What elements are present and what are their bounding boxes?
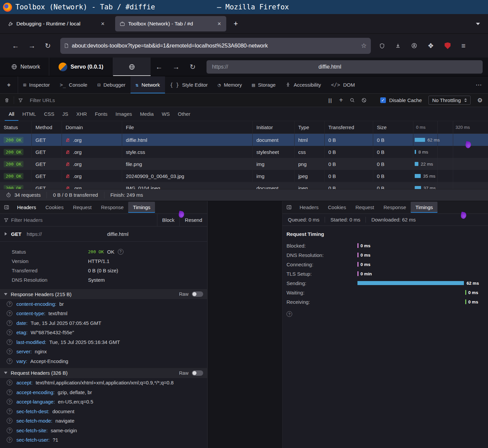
col-file[interactable]: File xyxy=(122,121,253,133)
help-icon[interactable] xyxy=(7,358,12,364)
pause-recording-icon[interactable] xyxy=(328,98,332,103)
search-icon[interactable] xyxy=(350,98,355,103)
tab-accessibility[interactable]: Accessibility xyxy=(280,76,326,93)
tab-style-editor[interactable]: Style Editor xyxy=(165,76,213,93)
toolbox-target[interactable]: Network xyxy=(0,58,49,76)
help-icon[interactable] xyxy=(7,428,12,433)
col-domain[interactable]: Domain xyxy=(62,121,122,133)
tab-cookies[interactable]: Cookies xyxy=(41,202,68,213)
browser-tab-toolbox[interactable]: Toolbox (Network) - Tab / #d xyxy=(115,16,226,31)
extensions-icon[interactable] xyxy=(428,42,434,50)
col-method[interactable]: Method xyxy=(32,121,62,133)
filter-images[interactable]: Images xyxy=(111,107,136,121)
account-icon[interactable] xyxy=(411,43,417,49)
tab-debugger[interactable]: Debugger xyxy=(92,76,131,93)
filter-ws[interactable]: WS xyxy=(158,107,174,121)
tab-timings[interactable]: Timings xyxy=(411,202,437,213)
tab-inspector[interactable]: Inspector xyxy=(18,76,55,93)
url-input[interactable] xyxy=(72,42,361,49)
help-icon[interactable] xyxy=(287,311,292,317)
col-initiator[interactable]: Initiator xyxy=(253,121,295,133)
help-icon[interactable] xyxy=(7,399,12,405)
response-headers-section[interactable]: Response Headers (215 B) Raw xyxy=(0,289,207,299)
tab-overflow-chevron-icon[interactable] xyxy=(476,23,480,25)
collapse-caret-icon[interactable] xyxy=(4,293,7,295)
block-button[interactable]: Block xyxy=(157,214,180,226)
node-picker-icon[interactable] xyxy=(0,76,18,93)
tab-timings[interactable]: Timings xyxy=(128,202,155,213)
col-waterfall[interactable]: 0 ms 320 ms xyxy=(413,121,488,133)
help-icon[interactable] xyxy=(7,320,12,326)
help-icon[interactable] xyxy=(118,249,124,255)
col-transferred[interactable]: Transferred xyxy=(325,121,373,133)
throttling-dropdown[interactable]: No Throttling xyxy=(428,96,471,105)
help-icon[interactable] xyxy=(7,389,12,395)
tab-request[interactable]: Request xyxy=(351,202,379,213)
more-tools-icon[interactable] xyxy=(470,76,488,93)
filter-fonts[interactable]: Fonts xyxy=(91,107,112,121)
help-icon[interactable] xyxy=(7,301,12,307)
expand-caret-icon[interactable] xyxy=(5,232,7,236)
help-icon[interactable] xyxy=(7,349,12,354)
tab-headers[interactable]: Headers xyxy=(295,202,323,213)
page-back-icon[interactable] xyxy=(151,63,168,71)
forward-icon[interactable] xyxy=(24,42,40,50)
clear-requests-button[interactable] xyxy=(0,94,14,107)
page-url-bar[interactable]: https:// diffie.html xyxy=(207,60,483,74)
pane-toggle-icon[interactable] xyxy=(282,205,295,210)
ublock-icon[interactable] xyxy=(444,42,451,49)
request-summary-line[interactable]: GET https:// diffie.html xyxy=(0,227,207,242)
request-row[interactable]: 200 OK GET .org IMG_0104.jpeg document j… xyxy=(0,182,488,189)
col-type[interactable]: Type xyxy=(295,121,325,133)
pane-toggle-icon[interactable] xyxy=(0,205,12,210)
request-headers-section[interactable]: Request Headers (326 B) Raw xyxy=(0,368,207,378)
raw-toggle[interactable] xyxy=(192,370,203,376)
tab-memory[interactable]: Memory xyxy=(213,76,247,93)
tab-dom[interactable]: DOM xyxy=(326,76,360,93)
page-reload-icon[interactable] xyxy=(185,63,201,71)
block-request-icon[interactable] xyxy=(361,98,367,103)
toolbox-page-tab[interactable] xyxy=(113,58,151,76)
tab-storage[interactable]: Storage xyxy=(247,76,281,93)
url-bar[interactable] xyxy=(60,38,371,54)
back-icon[interactable] xyxy=(7,42,24,50)
help-icon[interactable] xyxy=(7,409,12,414)
request-row[interactable]: 200 OK GET .org 20240909_0_0046_03.jpg i… xyxy=(0,170,488,182)
collapse-caret-icon[interactable] xyxy=(4,372,7,374)
tab-response[interactable]: Response xyxy=(96,202,129,213)
request-row[interactable]: 200 OK GET .org style.css stylesheet css… xyxy=(0,146,488,158)
reload-icon[interactable] xyxy=(40,42,56,50)
new-tab-button[interactable] xyxy=(234,19,238,28)
filter-media[interactable]: Media xyxy=(136,107,158,121)
bookmark-star-icon[interactable] xyxy=(361,42,367,50)
tab-cookies[interactable]: Cookies xyxy=(323,202,351,213)
help-icon[interactable] xyxy=(7,310,12,316)
app-menu-icon[interactable] xyxy=(461,42,465,50)
tab-network[interactable]: Network xyxy=(131,76,165,93)
tab-response[interactable]: Response xyxy=(379,202,411,213)
col-status[interactable]: Status xyxy=(0,121,32,133)
shield-icon[interactable] xyxy=(380,43,385,49)
filter-xhr[interactable]: XHR xyxy=(72,107,91,121)
filter-urls-input[interactable] xyxy=(30,97,328,103)
filter-html[interactable]: HTML xyxy=(18,107,40,121)
disable-cache-checkbox[interactable] xyxy=(380,97,386,103)
filter-all[interactable]: All xyxy=(5,107,18,121)
raw-toggle[interactable] xyxy=(192,291,203,297)
download-icon[interactable] xyxy=(395,43,401,49)
help-icon[interactable] xyxy=(7,339,12,345)
filter-headers-input[interactable] xyxy=(11,217,157,223)
browser-tab-debugging[interactable]: Debugging - Runtime / local xyxy=(3,16,110,31)
tab-close-icon[interactable] xyxy=(99,20,106,27)
tab-console[interactable]: Console xyxy=(55,76,92,93)
filter-other[interactable]: Other xyxy=(174,107,194,121)
tab-headers[interactable]: Headers xyxy=(12,202,41,213)
network-settings-gear-icon[interactable] xyxy=(477,97,483,104)
col-size[interactable]: Size xyxy=(373,121,413,133)
request-row[interactable]: 200 OK GET .org file.png img png 0 B 0 B… xyxy=(0,158,488,170)
page-forward-icon[interactable] xyxy=(168,63,185,71)
help-icon[interactable] xyxy=(7,330,12,335)
filter-js[interactable]: JS xyxy=(58,107,72,121)
help-icon[interactable] xyxy=(7,418,12,424)
request-row[interactable]: 200 OK GET .org diffie.html document htm… xyxy=(0,134,488,146)
